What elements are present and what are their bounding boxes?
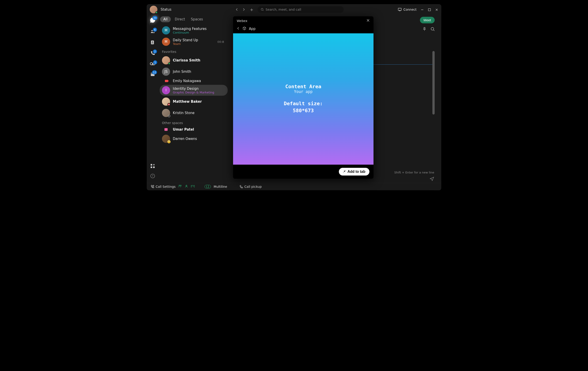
- titlebar: Status + Search, meet, and call Connect: [147, 5, 441, 14]
- signal-icon[interactable]: [191, 184, 195, 189]
- list-item-title: John Smith: [173, 70, 191, 74]
- person-avatar: JS: [162, 68, 170, 76]
- svg-point-19: [180, 185, 181, 186]
- rail-teams[interactable]: 6: [150, 29, 155, 35]
- person-avatar: [162, 98, 170, 106]
- call-settings-button[interactable]: Call Settings: [151, 185, 176, 188]
- minimize-button[interactable]: [421, 8, 424, 11]
- rail-help[interactable]: ?: [150, 174, 155, 179]
- person-avatar: [162, 109, 170, 117]
- tab-spaces[interactable]: Spaces: [189, 17, 205, 21]
- user-avatar[interactable]: [150, 6, 158, 13]
- presence-away-icon: [168, 115, 170, 117]
- calls-badge: 2: [153, 49, 157, 54]
- nav-forward-icon[interactable]: [242, 8, 246, 11]
- list-item[interactable]: Clarissa Smith: [160, 55, 228, 66]
- recording-icon: [162, 80, 170, 82]
- list-item[interactable]: JS John Smith: [160, 66, 228, 77]
- rail-bottom: ?: [150, 164, 155, 179]
- svg-point-17: [153, 185, 154, 186]
- line-badge[interactable]: L1: [205, 185, 211, 188]
- list-item-title: Identity Design: [173, 87, 214, 91]
- spaces-list: All Direct Spaces M Messaging FeaturesCo…: [158, 14, 231, 183]
- compose-hint: Shift + Enter for a new line: [237, 169, 435, 175]
- search-input[interactable]: Search, meet, and call: [258, 6, 344, 13]
- list-item[interactable]: M Daily Stand UpTeam 00:8: [160, 36, 228, 47]
- svg-point-18: [179, 185, 180, 186]
- top-center: + Search, meet, and call: [183, 6, 396, 13]
- list-item[interactable]: Kristin Stone: [160, 108, 228, 118]
- presence-active-icon: [168, 62, 170, 65]
- list-item-title: Messaging Features: [173, 27, 207, 31]
- svg-rect-11: [151, 164, 152, 165]
- message: scing elit nullam amarte. Lorem ipsum: [237, 73, 434, 78]
- connect-icon: [398, 8, 402, 11]
- rail-contacts[interactable]: [150, 40, 155, 46]
- svg-point-3: [152, 30, 153, 32]
- rail-voicemail[interactable]: 1: [150, 62, 155, 67]
- search-placeholder: Search, meet, and call: [266, 8, 301, 11]
- svg-point-7: [150, 63, 152, 65]
- agent-icon[interactable]: [185, 184, 188, 189]
- svg-point-6: [152, 41, 153, 42]
- tab-direct[interactable]: Direct: [173, 17, 187, 21]
- message: scing elit nullam amarte. Lorem ipsum: [237, 104, 434, 109]
- stream-icon: [162, 128, 170, 131]
- list-item[interactable]: Matthew Baker: [160, 96, 228, 107]
- messaging-badge: 20: [152, 16, 158, 20]
- scrollbar[interactable]: [432, 51, 435, 158]
- pin-icon[interactable]: [422, 27, 427, 32]
- list-item[interactable]: Umar Patel: [160, 126, 228, 133]
- nav-back-icon[interactable]: [235, 8, 239, 11]
- multiline-button[interactable]: Multiline: [214, 185, 227, 188]
- scrollbar-thumb[interactable]: [432, 51, 435, 115]
- close-window-button[interactable]: [435, 8, 438, 11]
- favorites-header: Favorites: [158, 48, 229, 55]
- space-avatar: M: [162, 26, 170, 34]
- person-avatar: [162, 56, 170, 65]
- maximize-button[interactable]: [428, 8, 431, 11]
- svg-text:?: ?: [152, 175, 153, 178]
- send-icon[interactable]: [430, 176, 434, 182]
- call-pickup-button[interactable]: Call pickup: [239, 185, 262, 188]
- rail-apps[interactable]: [150, 164, 155, 169]
- list-item-title: Matthew Baker: [173, 99, 202, 104]
- titlebar-right: Connect: [398, 8, 438, 11]
- search-in-space-icon[interactable]: [430, 27, 435, 32]
- rail-meetings[interactable]: 12: [150, 72, 155, 77]
- list-item-title: Kristin Stone: [173, 111, 195, 115]
- space-avatar: M: [162, 38, 170, 46]
- tab-all[interactable]: All: [160, 16, 171, 22]
- presence-active-icon: [155, 11, 158, 14]
- list-item-selected[interactable]: I Identity DesignGraphic Design & Market…: [160, 85, 228, 96]
- message: scing elit nullam amarte. Lorem ipsum: [237, 89, 434, 94]
- rail-messaging[interactable]: 20: [150, 17, 156, 24]
- list-item-title: Daily Stand Up: [173, 38, 198, 42]
- connect-button[interactable]: Connect: [398, 8, 417, 11]
- list-item-title: Darren Owens: [173, 137, 197, 141]
- message-list: scing elit nullam amarte. Lorem ipsum in…: [237, 33, 435, 169]
- svg-rect-13: [151, 166, 152, 168]
- teams-badge: 6: [153, 28, 157, 32]
- list-item[interactable]: Emily Nakagawa: [160, 77, 228, 84]
- send-row: [237, 175, 435, 183]
- status-bar: Call Settings L1 Multiline Call pickup: [147, 183, 441, 190]
- status-label[interactable]: Status: [161, 8, 171, 11]
- list-item[interactable]: M Messaging FeaturesContinuum: [160, 25, 228, 36]
- space-avatar: I: [162, 86, 170, 94]
- meet-button[interactable]: Meet: [420, 17, 435, 23]
- svg-point-0: [261, 8, 263, 11]
- conversation-pane: Meet scing elit nullam amarte. Lorem ips…: [231, 14, 441, 183]
- list-item-subtitle: Graphic Design & Marketing: [173, 91, 214, 94]
- queue-icon[interactable]: [178, 184, 182, 189]
- app-body: 20 6 2 1 12 ?: [147, 14, 441, 183]
- list-item[interactable]: 🔒 Darren Owens: [160, 133, 228, 144]
- meetings-badge: 12: [152, 70, 157, 74]
- nav-rail: 20 6 2 1 12 ?: [147, 14, 158, 183]
- person-avatar: 🔒: [162, 135, 170, 143]
- new-button[interactable]: +: [250, 7, 253, 12]
- rail-calling[interactable]: 2: [150, 51, 155, 57]
- list-item-title: Clarissa Smith: [173, 58, 200, 62]
- message: scing elit nullam amarte. Lorem ipsum: [237, 33, 434, 39]
- list-item-subtitle: Continuum: [173, 31, 207, 34]
